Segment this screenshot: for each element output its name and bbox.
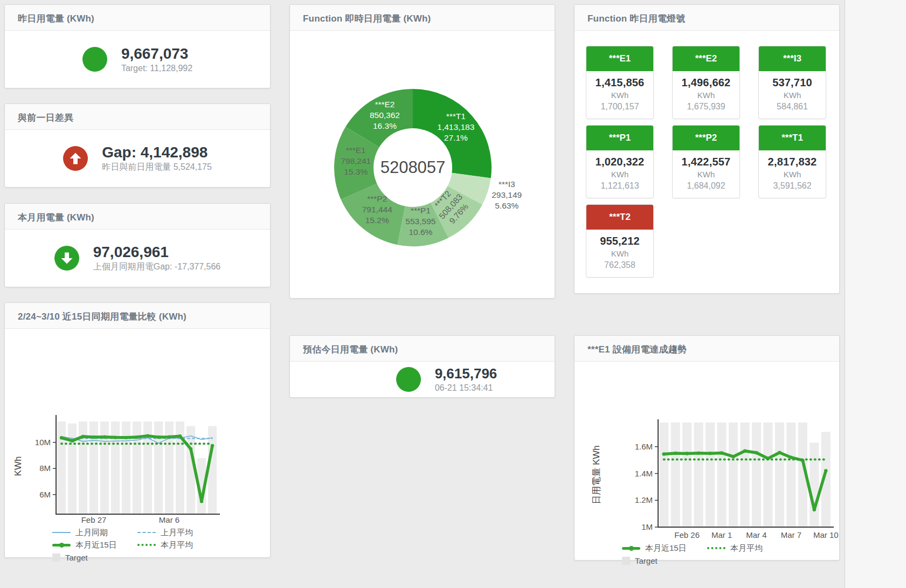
legend-swatch [52, 544, 71, 547]
status-tile-E1: ***E11,415,856KWh1,700,157 [586, 46, 654, 119]
kpi-subtitle: 昨日與前日用電量 5,524,175 [102, 162, 212, 173]
y-axis-title: 日用電量 KWh [591, 445, 601, 504]
tile-label: ***P1 [586, 126, 653, 150]
tile-label: ***T1 [759, 126, 826, 150]
donut-center-total: 5208057 [381, 158, 446, 177]
legend-item-上月平均[interactable]: 上月平均 [137, 527, 223, 538]
panel-title[interactable]: Function 即時日用電量 (KWh) [290, 5, 555, 31]
svg-text:791,444: 791,444 [362, 205, 392, 214]
tile-body: 1,496,662KWh1,675,939 [673, 71, 739, 119]
svg-text:15.2%: 15.2% [365, 216, 389, 225]
legend-label: 本月近15日 [645, 543, 687, 554]
svg-text:10M: 10M [35, 438, 51, 447]
svg-text:1.2M: 1.2M [635, 495, 653, 504]
svg-text:798,241: 798,241 [341, 156, 371, 165]
panel-title[interactable]: 本月用電量 (KWh) [5, 204, 270, 230]
kpi-subtitle: 上個月同期用電Gap: -17,377,566 [93, 261, 221, 273]
legend-label: Target [635, 556, 658, 565]
panel-title[interactable]: 預估今日用電量 (KWh) [290, 336, 555, 362]
legend-item-Target[interactable]: Target [52, 552, 137, 563]
tile-label: ***T2 [586, 205, 653, 230]
status-tile-T2: ***T2955,212KWh762,358 [586, 204, 654, 278]
compare-line-chart[interactable]: 6M8M10MFeb 27Mar 6KWh [5, 329, 269, 524]
tile-unit: KWh [760, 170, 825, 179]
legend-swatch [52, 532, 71, 533]
panel-title[interactable]: ***E1 設備用電達成趨勢 [575, 336, 839, 362]
svg-text:1.6M: 1.6M [635, 442, 653, 451]
status-tile-E2: ***E21,496,662KWh1,675,939 [672, 46, 740, 119]
tile-body: 955,212KWh762,358 [586, 230, 653, 277]
tile-body: 2,817,832KWh3,591,562 [759, 150, 826, 198]
legend-swatch [52, 554, 60, 562]
x-axis-ticks: Feb 27Mar 6 [81, 515, 180, 524]
kpi-value: Gap: 4,142,898 [102, 144, 212, 161]
kpi-subtitle: 06-21 15:34:41 [435, 383, 497, 393]
svg-text:***E2: ***E2 [375, 100, 395, 109]
panel-month-usage: 本月用電量 (KWh) 97,026,961 上個月同期用電Gap: -17,3… [4, 203, 271, 287]
kpi-value: 9,615,796 [435, 366, 497, 382]
svg-text:Mar 10: Mar 10 [813, 530, 839, 539]
kpi-body: 9,667,073 Target: 11,128,992 [5, 31, 270, 88]
legend-item-上月同期[interactable]: 上月同期 [52, 527, 137, 538]
svg-text:553,595: 553,595 [405, 217, 435, 226]
legend-label: 本月平均 [730, 543, 763, 554]
panel-title[interactable]: Function 昨日用電燈號 [575, 5, 839, 31]
legend-item-本月近15日[interactable]: 本月近15日 [622, 543, 707, 554]
svg-text:Mar 7: Mar 7 [781, 530, 801, 539]
compare-legend: 上月同期上月平均本月近15日本月平均Target [52, 527, 270, 563]
tile-body: 1,415,856KWh1,700,157 [586, 71, 653, 119]
svg-text:1M: 1M [641, 522, 653, 531]
legend-swatch [622, 557, 630, 565]
tile-label: ***P2 [673, 126, 739, 150]
tile-body: 1,020,322KWh1,121,613 [586, 150, 653, 198]
tile-target: 1,121,613 [587, 181, 652, 191]
status-tile-I3: ***I3537,710KWh584,861 [758, 46, 826, 119]
status-tile-P1: ***P11,020,322KWh1,121,613 [586, 125, 654, 198]
legend-swatch [707, 547, 725, 549]
e1-trend-line-chart[interactable]: 1M1.2M1.4M1.6MFeb 26Mar 1Mar 4Mar 7Mar 1… [575, 362, 839, 539]
status-tile-P2: ***P21,422,557KWh1,684,092 [672, 125, 740, 198]
legend-item-本月平均[interactable]: 本月平均 [137, 539, 223, 550]
legend-label: Target [65, 553, 88, 562]
donut-chart[interactable]: ***T11,413,18327.1%***I3293,1495.63%***T… [290, 31, 555, 298]
svg-text:Feb 27: Feb 27 [81, 515, 107, 524]
svg-text:1,413,183: 1,413,183 [437, 122, 474, 132]
tile-target: 584,861 [760, 102, 825, 112]
panel-title[interactable]: 2/24~3/10 近15日同期用電量比較 (KWh) [5, 303, 270, 329]
panel-compare-15d: 2/24~3/10 近15日同期用電量比較 (KWh) 6M8M10MFeb 2… [4, 302, 271, 558]
tile-value: 2,817,832 [760, 156, 825, 168]
lights-grid: ***E11,415,856KWh1,700,157***E21,496,662… [575, 31, 839, 278]
tile-target: 1,700,157 [587, 102, 652, 112]
y-axis-ticks: 6M8M10M [35, 438, 56, 499]
legend-item-本月平均[interactable]: 本月平均 [707, 543, 792, 554]
svg-text:1.4M: 1.4M [635, 469, 653, 478]
tile-value: 1,422,557 [674, 156, 738, 168]
panel-title[interactable]: 昨日用電量 (KWh) [5, 5, 270, 31]
arrow-down-icon [54, 246, 79, 271]
svg-text:Mar 1: Mar 1 [711, 530, 732, 539]
legend-item-本月近15日[interactable]: 本月近15日 [52, 539, 137, 550]
status-circle-icon [82, 47, 107, 72]
legend-item-Target[interactable]: Target [622, 555, 707, 566]
svg-text:Feb 26: Feb 26 [674, 530, 700, 539]
tile-unit: KWh [587, 91, 652, 100]
svg-text:15.3%: 15.3% [344, 167, 368, 176]
svg-text:***I3: ***I3 [499, 179, 515, 189]
svg-text:16.3%: 16.3% [373, 121, 397, 130]
legend-swatch [137, 544, 156, 546]
tile-label: ***I3 [759, 46, 826, 71]
kpi-value: 97,026,961 [93, 244, 221, 260]
svg-text:8M: 8M [39, 464, 51, 473]
tile-value: 537,710 [760, 77, 825, 89]
tile-unit: KWh [674, 91, 738, 100]
panel-title[interactable]: 與前一日差異 [5, 104, 270, 130]
tile-value: 1,496,662 [674, 77, 738, 89]
svg-text:***P2: ***P2 [367, 194, 387, 203]
legend-swatch [137, 532, 156, 533]
target-bars[interactable] [57, 421, 217, 514]
svg-text:***T1: ***T1 [446, 112, 466, 121]
arrow-up-icon [63, 146, 88, 171]
svg-text:***E1: ***E1 [346, 146, 366, 155]
e1-trend-legend: 本月近15日本月平均Target [622, 543, 839, 566]
legend-swatch [622, 547, 640, 550]
